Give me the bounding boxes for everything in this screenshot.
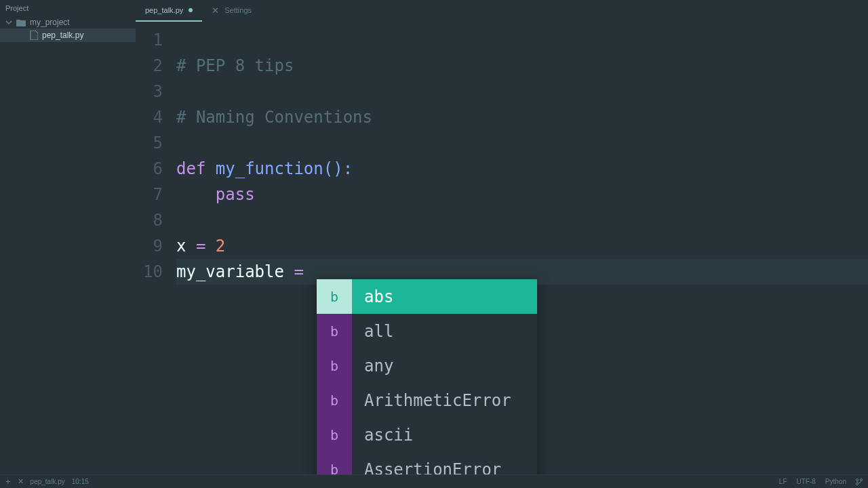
autocomplete-label: any — [352, 353, 393, 379]
status-line-ending[interactable]: LF — [779, 478, 787, 485]
sidebar-title: Project — [0, 0, 136, 16]
editor[interactable]: 1 2 3 4 5 6 7 8 9 10 # PEP 8 tips # Nami… — [136, 22, 868, 474]
code-content[interactable]: # PEP 8 tips # Naming Conventions def my… — [176, 22, 868, 474]
folder-label: my_project — [30, 18, 70, 27]
svg-point-2 — [856, 483, 859, 485]
tab-bar: pep_talk.py ✕ Settings — [136, 0, 868, 22]
editor-pane: pep_talk.py ✕ Settings 1 2 3 4 5 6 7 8 9… — [136, 0, 868, 474]
code-line: pass — [176, 182, 868, 207]
status-cursor[interactable]: 10:15 — [72, 478, 89, 485]
autocomplete-item[interactable]: b all — [317, 314, 537, 348]
builtin-icon: b — [317, 314, 352, 348]
tab-settings[interactable]: ✕ Settings — [202, 0, 261, 22]
tree-folder[interactable]: my_project — [0, 16, 136, 28]
line-number: 3 — [136, 79, 163, 104]
line-number: 5 — [136, 130, 163, 156]
file-icon — [30, 30, 38, 40]
file-tree: my_project pep_talk.py — [0, 16, 136, 474]
code-line: x = 2 — [176, 233, 868, 259]
status-language[interactable]: Python — [825, 478, 846, 485]
autocomplete-label: ArithmeticError — [352, 388, 511, 413]
autocomplete-item[interactable]: b ArithmeticError — [317, 383, 537, 418]
code-line: def my_function(): — [176, 156, 868, 182]
code-line — [176, 27, 868, 53]
svg-point-0 — [856, 479, 859, 481]
tab-label: Settings — [224, 6, 252, 14]
chevron-down-icon — [5, 19, 12, 26]
sidebar: Project my_project pep_talk.py — [0, 0, 136, 474]
line-number: 8 — [136, 207, 163, 233]
status-encoding[interactable]: UTF-8 — [797, 478, 816, 485]
git-branch-icon[interactable] — [856, 479, 863, 485]
line-number: 1 — [136, 27, 163, 53]
autocomplete-label: all — [352, 319, 393, 344]
builtin-icon: b — [317, 418, 352, 452]
line-gutter: 1 2 3 4 5 6 7 8 9 10 — [136, 22, 176, 474]
autocomplete-label: ascii — [352, 422, 413, 448]
code-line — [176, 207, 868, 233]
line-number: 2 — [136, 53, 163, 79]
builtin-icon: b — [317, 279, 352, 314]
autocomplete-item[interactable]: b abs — [317, 279, 537, 314]
code-line — [176, 79, 868, 104]
builtin-icon: b — [317, 452, 352, 474]
close-pane-icon[interactable]: ✕ — [18, 477, 24, 486]
tab-label: pep_talk.py — [145, 6, 183, 14]
svg-point-1 — [861, 479, 863, 481]
file-label: pep_talk.py — [42, 30, 83, 40]
code-line: # PEP 8 tips — [176, 53, 868, 79]
status-file[interactable]: pep_talk.py — [31, 478, 65, 485]
line-number: 4 — [136, 104, 163, 130]
tree-file[interactable]: pep_talk.py — [0, 28, 136, 42]
autocomplete-popup: b abs b all b any b ArithmeticError — [317, 279, 537, 474]
line-number: 7 — [136, 182, 163, 207]
new-file-icon[interactable]: + — [5, 476, 11, 487]
autocomplete-item[interactable]: b any — [317, 348, 537, 383]
status-bar: + ✕ pep_talk.py 10:15 LF UTF-8 Python — [0, 474, 868, 488]
folder-icon — [16, 19, 26, 26]
autocomplete-label: AssertionError — [352, 457, 501, 475]
line-number: 10 — [136, 259, 163, 285]
code-line — [176, 130, 868, 156]
autocomplete-item[interactable]: b AssertionError — [317, 452, 537, 474]
code-line: # Naming Conventions — [176, 104, 868, 130]
autocomplete-label: abs — [352, 284, 393, 310]
builtin-icon: b — [317, 383, 352, 418]
line-number: 6 — [136, 156, 163, 182]
close-icon[interactable]: ✕ — [212, 5, 219, 16]
tab-file[interactable]: pep_talk.py — [136, 0, 202, 22]
dirty-indicator-icon — [189, 8, 193, 12]
autocomplete-item[interactable]: b ascii — [317, 418, 537, 452]
line-number: 9 — [136, 233, 163, 259]
builtin-icon: b — [317, 348, 352, 383]
